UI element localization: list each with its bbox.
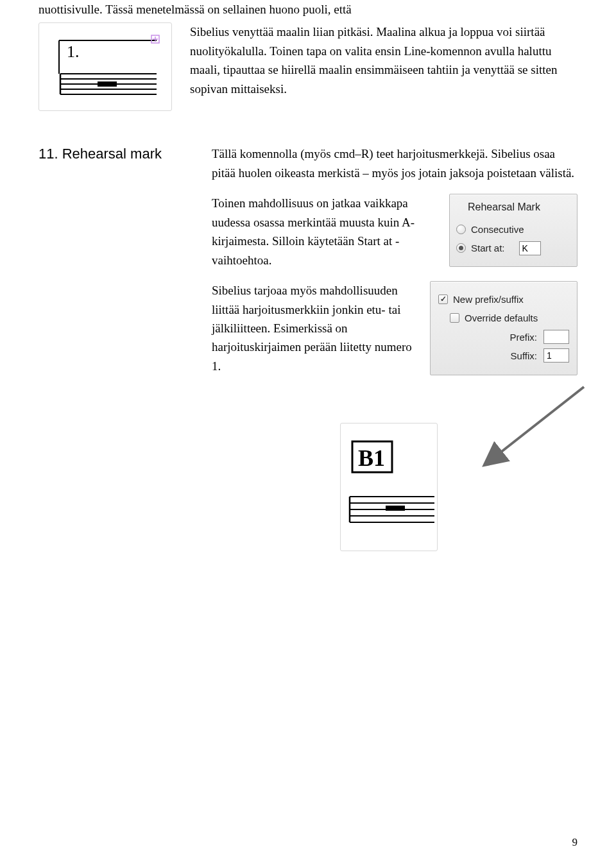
prefix-input[interactable] [543,330,569,344]
check-label: New prefix/suffix [453,292,524,307]
bottom-area: B1 [212,393,578,560]
suffix-input[interactable] [543,348,569,363]
radio-label: Consecutive [471,222,524,237]
page-number: 9 [572,836,578,849]
para-2: Toinen mahdollisuus on jatkaa vaikkapa u… [212,194,438,269]
prefix-row: Prefix: [438,330,569,345]
row-prefixsuffix: Sibelius tarjoaa myös mahdollisuuden lii… [212,281,578,375]
first-ending-label: 1. [67,42,80,61]
para-1: Tällä komennolla (myös cmd–R) teet harjo… [212,144,578,182]
svg-rect-20 [386,506,405,511]
staff-b1-svg: B1 [341,432,437,542]
section-rehearsal: 11. Rehearsal mark Tällä komennolla (myö… [38,144,578,560]
suffix-row: Suffix: [438,348,569,363]
check-override[interactable]: Override defaults [438,311,569,325]
dialog-title: Rehearsal Mark [456,200,570,216]
para-3: Sibelius tarjoaa myös mahdollisuuden lii… [212,281,418,375]
radio-icon-selected [456,243,466,253]
section-heading: 11. Rehearsal mark [38,144,190,560]
radio-label: Start at: [471,241,505,255]
check-newprefix[interactable]: New prefix/suffix [438,292,569,307]
radio-consecutive[interactable]: Consecutive [456,222,570,237]
staff-b1-wrap: B1 [340,423,438,551]
staff-b1: B1 [340,423,438,551]
section-body: Tällä komennolla (myös cmd–R) teet harjo… [212,144,578,560]
svg-rect-11 [98,81,117,87]
intro-fragment: nuottisivulle. Tässä menetelmässä on sel… [38,0,578,19]
suffix-label: Suffix: [511,348,537,363]
checkbox-icon-checked [438,295,448,304]
check-label: Override defaults [465,311,538,325]
arrow-icon [481,380,597,477]
staff-svg: 1. [47,31,163,102]
checkbox-icon [450,313,459,323]
rehearsal-mark-dialog: Rehearsal Mark Consecutive Start at: [449,194,578,266]
radio-icon [456,225,466,234]
prefix-label: Prefix: [509,330,537,345]
top-paragraph: Sibelius venyttää maalin liian pitkäsi. … [190,22,578,111]
startat-input[interactable] [519,241,541,255]
prefix-suffix-dialog: New prefix/suffix Override defaults Pref… [430,281,578,375]
b1-label: B1 [358,445,385,471]
row-startat: Toinen mahdollisuus on jatkaa vaikkapa u… [212,194,578,269]
radio-startat[interactable]: Start at: [456,241,570,255]
top-row: 1. Sibelius venyttää maalin liian pitkäs… [38,22,578,111]
svg-line-12 [494,387,584,457]
staff-first-ending: 1. [38,22,172,111]
